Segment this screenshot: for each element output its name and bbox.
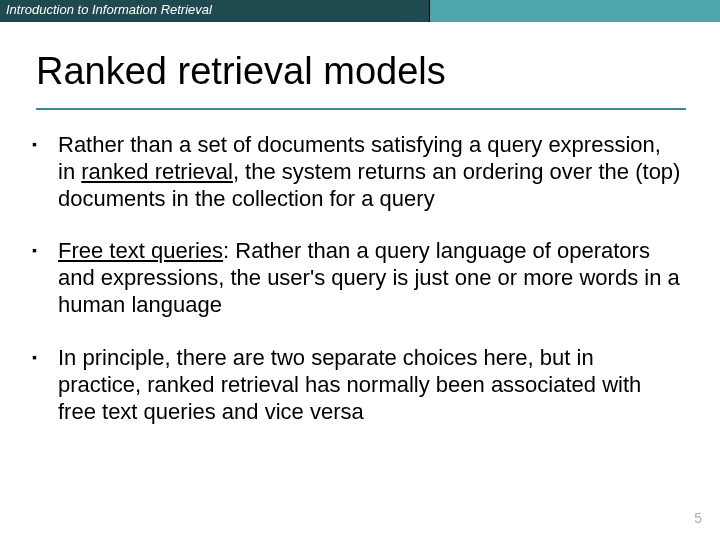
header-label: Introduction to Information Retrieval (0, 0, 430, 22)
header-accent (430, 0, 720, 22)
bullet-item: In principle, there are two separate cho… (52, 345, 682, 425)
bullet-item: Free text queries: Rather than a query l… (52, 238, 682, 318)
header-bar: Introduction to Information Retrieval (0, 0, 720, 22)
bullet-text-underline: ranked retrieval (81, 159, 233, 184)
bullet-text-pre: In principle, there are two separate cho… (58, 345, 641, 424)
bullet-text-underline: Free text queries (58, 238, 223, 263)
bullet-item: Rather than a set of documents satisfyin… (52, 132, 682, 212)
slide-body: Rather than a set of documents satisfyin… (0, 110, 720, 425)
page-number: 5 (694, 510, 702, 526)
slide-title: Ranked retrieval models (36, 52, 686, 92)
